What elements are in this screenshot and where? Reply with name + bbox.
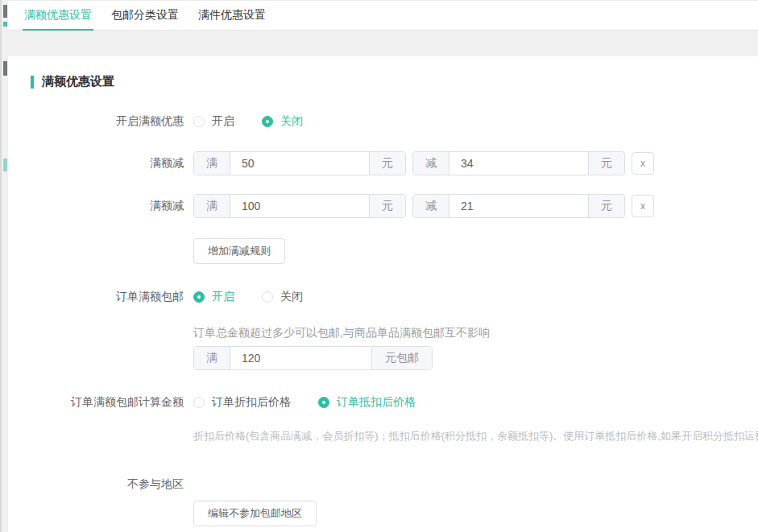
- sidebar-edge-fragment: [3, 5, 7, 18]
- discount-rule-row: 满额减 满 元 减 元 x: [8, 194, 758, 218]
- discount-input-group: 减 元: [412, 194, 625, 218]
- radio-shipping-off[interactable]: 关闭: [262, 290, 303, 304]
- sidebar-edge-fragment: [3, 159, 7, 171]
- radio-circle: [193, 116, 205, 127]
- enable-discount-label: 开启满额优惠: [8, 114, 193, 129]
- discount-input-group: 减 元: [412, 151, 625, 175]
- suffix-yuan: 元: [369, 152, 405, 175]
- add-rule-button[interactable]: 增加满减规则: [193, 238, 285, 264]
- order-free-shipping-label: 订单满额包邮: [8, 290, 193, 304]
- tab-bar: 满额优惠设置 包邮分类设置 满件优惠设置: [8, 0, 758, 31]
- calc-amount-label: 订单满额包邮计算金额: [8, 395, 193, 410]
- prefix-jian: 减: [413, 152, 449, 175]
- radio-circle: [262, 116, 273, 127]
- threshold-input-group: 满 元: [193, 151, 406, 175]
- rule-row-label: 满额减: [8, 199, 193, 213]
- rule1-threshold-input[interactable]: [230, 152, 369, 175]
- radio-enable-off[interactable]: 关闭: [262, 114, 303, 129]
- tab-full-amount-discount[interactable]: 满额优惠设置: [23, 1, 93, 30]
- sidebar-edge-fragment: [3, 61, 7, 76]
- radio-circle: [193, 291, 205, 303]
- rule1-discount-input[interactable]: [449, 152, 588, 175]
- shipping-threshold-input[interactable]: [230, 347, 371, 369]
- suffix-yuan: 元: [369, 195, 405, 217]
- row-enable-discount: 开启满额优惠 开启 关闭: [8, 114, 758, 129]
- radio-shipping-on[interactable]: 开启: [193, 290, 234, 304]
- discount-rule-row: 满额减 满 元 减 元 x: [8, 151, 758, 175]
- shipping-threshold-group: 满 元包邮: [193, 346, 433, 370]
- shipping-hint-text: 订单总金额超过多少可以包邮,与商品单品满额包邮互不影响: [193, 326, 490, 340]
- background-gap: [8, 31, 758, 56]
- radio-label: 开启: [212, 114, 234, 129]
- rule1-remove-button[interactable]: x: [632, 152, 654, 175]
- section-title-text: 满额优惠设置: [42, 74, 114, 89]
- rule2-discount-input[interactable]: [449, 195, 588, 217]
- prefix-man: 满: [194, 347, 230, 369]
- radio-enable-on[interactable]: 开启: [193, 114, 234, 129]
- radio-circle: [193, 397, 205, 408]
- settings-panel: 满额优惠设置 开启满额优惠 开启 关闭 满额减 满: [8, 56, 758, 532]
- prefix-man: 满: [194, 152, 230, 175]
- row-order-free-shipping: 订单满额包邮 开启 关闭: [8, 290, 758, 304]
- calc-hint-text: 折扣后价格(包含商品满减，会员折扣等)；抵扣后价格(积分抵扣，余额抵扣等)。使用…: [193, 429, 758, 443]
- section-title: 满额优惠设置: [31, 74, 758, 89]
- sidebar-edge-fragment: [3, 22, 7, 27]
- row-shipping-hint: 订单总金额超过多少可以包邮,与商品单品满额包邮互不影响: [8, 326, 758, 340]
- rule2-threshold-input[interactable]: [230, 195, 369, 217]
- row-edit-region: 编辑不参加包邮地区: [8, 501, 758, 526]
- radio-label: 开启: [212, 290, 234, 304]
- suffix-yuan: 元: [588, 152, 624, 175]
- threshold-input-group: 满 元: [193, 194, 406, 218]
- radio-label: 关闭: [280, 114, 303, 129]
- prefix-jian: 减: [413, 195, 449, 217]
- radio-discounted-price[interactable]: 订单折扣后价格: [193, 395, 291, 410]
- radio-label: 关闭: [280, 290, 303, 304]
- row-add-rule: 增加满减规则: [8, 238, 758, 264]
- radio-label: 订单抵扣后价格: [337, 395, 416, 410]
- row-calc-amount: 订单满额包邮计算金额 订单折扣后价格 订单抵扣后价格: [8, 395, 758, 410]
- sidebar-edge: [0, 0, 6, 532]
- excluded-region-label: 不参与地区: [8, 477, 193, 492]
- rule-row-label: 满额减: [8, 156, 193, 171]
- radio-label: 订单折扣后价格: [212, 395, 291, 410]
- tab-free-shipping-category[interactable]: 包邮分类设置: [110, 1, 180, 30]
- radio-circle: [318, 397, 329, 408]
- prefix-man: 满: [194, 195, 230, 217]
- rule2-remove-button[interactable]: x: [632, 195, 654, 217]
- radio-circle: [262, 291, 273, 303]
- radio-deducted-price[interactable]: 订单抵扣后价格: [318, 395, 416, 410]
- section-accent-bar: [31, 76, 34, 89]
- suffix-yuan-free-shipping: 元包邮: [371, 347, 432, 369]
- page: 满额优惠设置 包邮分类设置 满件优惠设置 满额优惠设置 开启满额优惠 开启 关闭: [8, 0, 758, 532]
- row-shipping-threshold: 满 元包邮: [8, 346, 758, 370]
- suffix-yuan: 元: [588, 195, 624, 217]
- row-calc-hint: 折扣后价格(包含商品满减，会员折扣等)；抵扣后价格(积分抵扣，余额抵扣等)。使用…: [8, 429, 758, 443]
- edit-region-button[interactable]: 编辑不参加包邮地区: [193, 501, 317, 526]
- tab-quantity-discount[interactable]: 满件优惠设置: [197, 1, 267, 30]
- row-excluded-region: 不参与地区: [8, 477, 758, 492]
